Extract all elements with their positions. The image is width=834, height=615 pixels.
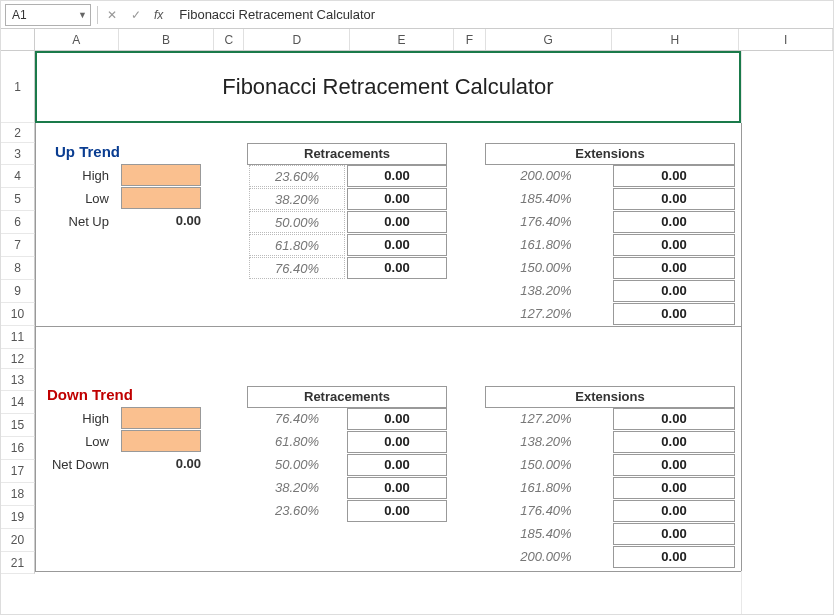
row-header[interactable]: 15	[1, 414, 35, 437]
netup-value: 0.00	[121, 213, 201, 228]
pct-cell: 76.40%	[249, 408, 345, 431]
value-cell: 0.00	[613, 211, 735, 233]
value-cell: 0.00	[613, 500, 735, 522]
value-cell: 0.00	[347, 211, 447, 233]
retracements-header: Retracements	[247, 386, 447, 408]
value-cell: 0.00	[347, 431, 447, 453]
value-cell: 0.00	[347, 234, 447, 256]
fx-icon[interactable]: fx	[148, 8, 169, 22]
pct-cell: 150.00%	[491, 257, 601, 280]
pct-cell: 161.80%	[491, 477, 601, 500]
row-header[interactable]: 17	[1, 460, 35, 483]
pct-cell: 38.20%	[249, 188, 345, 210]
divider	[97, 6, 98, 24]
row-header[interactable]: 3	[1, 143, 35, 165]
page-title[interactable]: Fibonacci Retracement Calculator	[35, 51, 741, 123]
value-cell: 0.00	[613, 188, 735, 210]
row-header[interactable]: 8	[1, 257, 35, 280]
row-header[interactable]: 9	[1, 280, 35, 303]
pct-cell: 200.00%	[491, 546, 601, 569]
row-header[interactable]: 14	[1, 391, 35, 414]
value-cell: 0.00	[613, 546, 735, 568]
row-header[interactable]: 7	[1, 234, 35, 257]
pct-cell: 138.20%	[491, 431, 601, 454]
border	[741, 123, 742, 571]
row-header[interactable]: 13	[1, 369, 35, 391]
row-header[interactable]: 21	[1, 552, 35, 574]
value-cell: 0.00	[347, 454, 447, 476]
pct-cell: 176.40%	[491, 500, 601, 523]
pct-cell: 138.20%	[491, 280, 601, 303]
pct-cell: 38.20%	[249, 477, 345, 500]
spreadsheet-grid[interactable]: Fibonacci Retracement Calculator Up Tren…	[1, 51, 833, 615]
row-header[interactable]: 10	[1, 303, 35, 326]
uptrend-label: Up Trend	[55, 143, 120, 160]
value-cell: 0.00	[347, 500, 447, 522]
col-header[interactable]: B	[119, 29, 215, 50]
extensions-header: Extensions	[485, 143, 735, 165]
row-header[interactable]: 6	[1, 211, 35, 234]
chevron-down-icon[interactable]: ▼	[78, 10, 87, 20]
col-header[interactable]: C	[214, 29, 244, 50]
value-cell: 0.00	[347, 257, 447, 279]
value-cell: 0.00	[347, 165, 447, 187]
row-header[interactable]: 4	[1, 165, 35, 188]
low-input[interactable]	[121, 430, 201, 452]
pct-cell: 200.00%	[491, 165, 601, 188]
col-header[interactable]: I	[739, 29, 833, 50]
row-header[interactable]: 12	[1, 349, 35, 369]
low-label: Low	[49, 434, 109, 449]
formula-input[interactable]: Fibonacci Retracement Calculator	[169, 7, 833, 22]
col-header[interactable]: F	[454, 29, 486, 50]
name-box[interactable]: A1 ▼	[5, 4, 91, 26]
pct-cell: 76.40%	[249, 257, 345, 279]
pct-cell: 127.20%	[491, 408, 601, 431]
pct-cell: 161.80%	[491, 234, 601, 257]
col-header[interactable]: E	[350, 29, 454, 50]
pct-cell: 23.60%	[249, 165, 345, 187]
value-cell: 0.00	[613, 303, 735, 325]
row-header[interactable]: 18	[1, 483, 35, 506]
row-header[interactable]: 20	[1, 529, 35, 552]
extensions-header: Extensions	[485, 386, 735, 408]
pct-cell: 50.00%	[249, 454, 345, 477]
value-cell: 0.00	[613, 165, 735, 187]
row-header[interactable]: 1	[1, 51, 35, 123]
row-header[interactable]: 19	[1, 506, 35, 529]
pct-cell: 61.80%	[249, 431, 345, 454]
pct-cell: 50.00%	[249, 211, 345, 233]
cancel-icon[interactable]: ✕	[100, 4, 124, 26]
formula-bar: A1 ▼ ✕ ✓ fx Fibonacci Retracement Calcul…	[1, 1, 833, 29]
value-cell: 0.00	[613, 280, 735, 302]
select-all-button[interactable]	[1, 29, 35, 50]
high-input[interactable]	[121, 407, 201, 429]
col-header[interactable]: G	[486, 29, 612, 50]
high-input[interactable]	[121, 164, 201, 186]
retracements-header: Retracements	[247, 143, 447, 165]
pct-cell: 185.40%	[491, 188, 601, 211]
value-cell: 0.00	[613, 523, 735, 545]
low-input[interactable]	[121, 187, 201, 209]
value-cell: 0.00	[347, 188, 447, 210]
column-headers: A B C D E F G H I	[1, 29, 833, 51]
value-cell: 0.00	[613, 477, 735, 499]
section-divider	[35, 326, 741, 327]
value-cell: 0.00	[613, 257, 735, 279]
pct-cell: 150.00%	[491, 454, 601, 477]
row-header[interactable]: 16	[1, 437, 35, 460]
value-cell: 0.00	[347, 477, 447, 499]
row-header[interactable]: 11	[1, 326, 35, 349]
row-header[interactable]: 5	[1, 188, 35, 211]
col-header[interactable]: H	[612, 29, 740, 50]
high-label: High	[49, 168, 109, 183]
row-header[interactable]: 2	[1, 123, 35, 143]
check-icon[interactable]: ✓	[124, 4, 148, 26]
value-cell: 0.00	[613, 431, 735, 453]
value-cell: 0.00	[613, 454, 735, 476]
netdown-value: 0.00	[121, 456, 201, 471]
col-header[interactable]: D	[244, 29, 350, 50]
value-cell: 0.00	[613, 408, 735, 430]
pct-cell: 127.20%	[491, 303, 601, 326]
col-header[interactable]: A	[35, 29, 119, 50]
value-cell: 0.00	[347, 408, 447, 430]
